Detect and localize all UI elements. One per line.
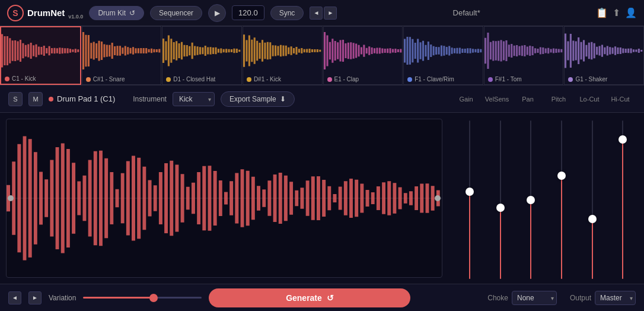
slider-col-hi-cut	[607, 120, 638, 279]
play-button[interactable]: ▶	[208, 4, 226, 22]
sync-button[interactable]: Sync	[270, 6, 304, 20]
slider-track-gain[interactable]	[469, 120, 470, 279]
pad-label-0: C1 - Kick	[1, 74, 80, 84]
pad-label-text-7: G1 - Shaker	[575, 76, 607, 82]
variation-prev-button[interactable]: ◄	[8, 291, 21, 304]
export-icon[interactable]: ⬆	[613, 7, 620, 18]
waveform-svg	[7, 119, 442, 277]
param-label-hi-cut: Hi-Cut	[605, 96, 636, 103]
drum-pad-title: Drum Pad 1 (C1)	[49, 94, 115, 103]
pad-label-6: F#1 - Tom	[484, 75, 563, 84]
pad-d1[interactable]: D1 - Closed Hat	[162, 26, 242, 85]
export-sample-button[interactable]: Export Sample ⬇	[221, 91, 295, 107]
pad-label-text-5: F1 - Clave/Rim	[415, 76, 454, 82]
refresh-icon: ↺	[129, 9, 135, 17]
slider-thumb-lo-cut[interactable]	[588, 215, 597, 223]
pad-label-4: E1 - Clap	[324, 75, 403, 84]
sequencer-button[interactable]: Sequencer	[150, 6, 202, 20]
slider-thumb-pitch[interactable]	[557, 172, 566, 180]
output-select[interactable]: Master Bus 1 Bus 2	[595, 291, 636, 305]
waveform-panel	[0, 113, 448, 284]
param-labels: GainVelSensPanPitchLo-CutHi-Cut	[451, 96, 636, 103]
pad-csharp1[interactable]: C#1 - Snare	[82, 26, 162, 85]
app-name: DrumNet	[27, 8, 65, 18]
instrument-select[interactable]: Kick Snare Hi-Hat Clap	[173, 92, 215, 106]
pad-waveform-4	[324, 27, 403, 75]
pad-label-text-4: E1 - Clap	[334, 76, 359, 82]
variation-slider[interactable]	[83, 297, 202, 299]
slider-fill-gain	[469, 192, 470, 279]
pad-dot-1	[86, 77, 91, 82]
slider-fill-hi-cut	[622, 139, 623, 279]
top-icons: 📋 ⬆ 👤	[596, 7, 637, 18]
choke-select[interactable]: None Group 1 Group 2	[512, 291, 557, 305]
pad-label-text-1: C#1 - Snare	[93, 76, 125, 82]
drum-kit-label: Drum Kit	[98, 9, 126, 17]
slider-fill-pitch	[561, 176, 562, 279]
pad-fsharp1[interactable]: F#1 - Tom	[484, 26, 564, 85]
mute-button[interactable]: M	[28, 92, 43, 106]
pad-waveform-6	[484, 27, 563, 75]
slider-fill-lo-cut	[592, 219, 593, 279]
sliders-panel	[448, 113, 644, 284]
slider-col-pan	[515, 120, 546, 279]
slider-track-lo-cut[interactable]	[592, 120, 593, 279]
slider-fill-velsens	[500, 208, 501, 279]
pad-label-1: C#1 - Snare	[82, 75, 161, 84]
solo-button[interactable]: S	[8, 92, 23, 106]
choke-select-wrapper: None Group 1 Group 2	[512, 291, 557, 305]
generate-label: Generate	[286, 293, 322, 303]
variation-next-button[interactable]: ►	[28, 291, 42, 304]
pad-label-2: D1 - Closed Hat	[162, 75, 241, 84]
nav-right-button[interactable]: ►	[324, 7, 337, 20]
sliders-row	[454, 118, 638, 279]
pad-e1[interactable]: E1 - Clap	[323, 26, 403, 85]
generate-button[interactable]: Generate ↺	[209, 288, 410, 307]
pad-dot-5	[407, 77, 412, 82]
param-label-pitch: Pitch	[543, 96, 574, 103]
pad-waveform-0	[1, 27, 80, 74]
user-icon[interactable]: 👤	[625, 7, 637, 18]
pad-dot-3	[247, 77, 251, 82]
slider-thumb-gain[interactable]	[466, 188, 474, 196]
slider-track-pitch[interactable]	[561, 120, 562, 279]
slider-thumb-velsens[interactable]	[496, 204, 505, 212]
nav-left-button[interactable]: ◄	[310, 7, 323, 20]
slider-col-gain	[454, 120, 485, 279]
slider-thumb-pan[interactable]	[527, 196, 535, 204]
waveform-end-handle[interactable]	[435, 195, 441, 201]
bpm-display: 120.0	[232, 5, 264, 20]
slider-track-pan[interactable]	[530, 120, 531, 279]
top-bar: S DrumNet v1.0.0 Drum Kit ↺ Sequencer ▶ …	[0, 0, 644, 26]
pad-g1[interactable]: G1 - Shaker	[564, 26, 644, 85]
notes-icon[interactable]: 📋	[596, 7, 608, 18]
choke-label: Choke	[487, 294, 508, 302]
instrument-label: Instrument	[133, 95, 167, 103]
pad-waveform-5	[404, 27, 483, 75]
waveform-start-handle[interactable]	[8, 195, 14, 201]
pad-dot-4	[327, 77, 332, 82]
slider-track-velsens[interactable]	[500, 120, 501, 279]
slider-fill-pan	[530, 200, 531, 280]
pad-waveform-7	[565, 27, 643, 75]
pad-c1[interactable]: C1 - Kick	[0, 26, 81, 85]
param-label-velsens: VelSens	[482, 96, 512, 103]
slider-col-velsens	[485, 120, 516, 279]
pad-dsharp1[interactable]: D#1 - Kick	[243, 26, 323, 85]
controls-row: S M Drum Pad 1 (C1) Instrument Kick Snar…	[0, 85, 644, 113]
slider-track-hi-cut[interactable]	[622, 120, 623, 279]
pad-waveform-3	[243, 27, 322, 75]
main-area	[0, 113, 644, 284]
preset-name: Default*	[343, 8, 590, 17]
pad-f1[interactable]: F1 - Clave/Rim	[403, 26, 483, 85]
export-sample-label: Export Sample	[229, 95, 276, 103]
pad-label-7: G1 - Shaker	[565, 75, 643, 84]
slider-col-pitch	[546, 120, 577, 279]
pad-dot-0	[5, 77, 9, 81]
slider-thumb-hi-cut[interactable]	[619, 135, 627, 144]
drum-kit-button[interactable]: Drum Kit ↺	[89, 6, 144, 20]
pad-waveform-1	[82, 27, 161, 75]
variation-label: Variation	[49, 294, 76, 302]
logo-icon: S	[7, 5, 24, 21]
waveform-container	[6, 119, 442, 278]
